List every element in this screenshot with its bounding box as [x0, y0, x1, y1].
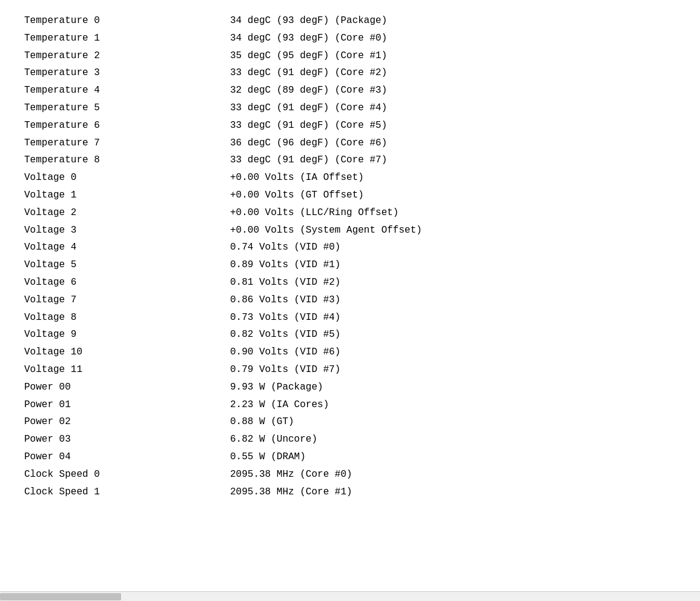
table-row: Power 040.55 W (DRAM) — [24, 448, 676, 466]
row-label: Voltage 0 — [24, 170, 230, 185]
row-value: 0.74 Volts (VID #0) — [230, 240, 676, 255]
table-row: Temperature 333 degC (91 degF) (Core #2) — [24, 64, 676, 82]
row-label: Power 03 — [24, 432, 230, 447]
row-label: Voltage 11 — [24, 362, 230, 377]
row-label: Temperature 2 — [24, 48, 230, 64]
table-row: Voltage 60.81 Volts (VID #2) — [24, 274, 676, 291]
row-label: Voltage 2 — [24, 205, 230, 221]
table-row: Temperature 533 degC (91 degF) (Core #4) — [24, 99, 676, 117]
row-value: 0.55 W (DRAM) — [230, 450, 676, 465]
row-label: Clock Speed 1 — [24, 485, 230, 500]
row-value: +0.00 Volts (GT Offset) — [230, 188, 676, 203]
table-row: Clock Speed 12095.38 MHz (Core #1) — [24, 483, 676, 501]
row-label: Voltage 9 — [24, 327, 230, 342]
row-value: 0.82 Volts (VID #5) — [230, 327, 676, 342]
row-value: 2095.38 MHz (Core #0) — [230, 467, 676, 482]
table-row: Voltage 110.79 Volts (VID #7) — [24, 361, 676, 379]
row-value: 36 degC (96 degF) (Core #6) — [230, 136, 676, 151]
row-value: 33 degC (91 degF) (Core #2) — [230, 65, 676, 81]
row-value: 0.81 Volts (VID #2) — [230, 275, 676, 290]
table-row: Clock Speed 02095.38 MHz (Core #0) — [24, 466, 676, 483]
table-row: Power 020.88 W (GT) — [24, 413, 676, 431]
row-value: 6.82 W (Uncore) — [230, 432, 676, 447]
row-value: 34 degC (93 degF) (Core #0) — [230, 31, 676, 46]
row-value: +0.00 Volts (System Agent Offset) — [230, 223, 676, 238]
table-row: Power 036.82 W (Uncore) — [24, 431, 676, 448]
table-row: Voltage 3+0.00 Volts (System Agent Offse… — [24, 222, 676, 239]
row-value: 2.23 W (IA Cores) — [230, 397, 676, 413]
table-row: Temperature 633 degC (91 degF) (Core #5) — [24, 117, 676, 134]
row-label: Voltage 3 — [24, 223, 230, 238]
row-value: 0.89 Volts (VID #1) — [230, 257, 676, 273]
table-row: Voltage 0+0.00 Volts (IA Offset) — [24, 169, 676, 187]
row-label: Power 00 — [24, 380, 230, 395]
row-value: 33 degC (91 degF) (Core #7) — [230, 153, 676, 168]
horizontal-scrollbar[interactable] — [0, 591, 700, 601]
row-label: Power 02 — [24, 414, 230, 430]
scrollbar-thumb[interactable] — [0, 593, 121, 600]
row-value: +0.00 Volts (IA Offset) — [230, 170, 676, 185]
row-label: Temperature 3 — [24, 65, 230, 81]
row-value: 35 degC (95 degF) (Core #1) — [230, 48, 676, 64]
row-value: 0.88 W (GT) — [230, 414, 676, 430]
row-value: 2095.38 MHz (Core #1) — [230, 485, 676, 500]
table-row: Voltage 40.74 Volts (VID #0) — [24, 239, 676, 256]
row-label: Voltage 7 — [24, 293, 230, 308]
row-label: Voltage 4 — [24, 240, 230, 255]
table-row: Voltage 50.89 Volts (VID #1) — [24, 256, 676, 274]
row-label: Temperature 0 — [24, 13, 230, 28]
row-label: Voltage 1 — [24, 188, 230, 203]
row-label: Clock Speed 0 — [24, 467, 230, 482]
table-row: Voltage 2+0.00 Volts (LLC/Ring Offset) — [24, 204, 676, 222]
table-row: Temperature 134 degC (93 degF) (Core #0) — [24, 30, 676, 47]
row-label: Temperature 5 — [24, 101, 230, 116]
row-label: Voltage 8 — [24, 310, 230, 325]
row-value: 32 degC (89 degF) (Core #3) — [230, 83, 676, 98]
table-row: Voltage 80.73 Volts (VID #4) — [24, 309, 676, 327]
row-value: 0.73 Volts (VID #4) — [230, 310, 676, 325]
row-label: Temperature 6 — [24, 118, 230, 133]
row-label: Temperature 8 — [24, 153, 230, 168]
main-content: Temperature 034 degC (93 degF) (Package)… — [0, 0, 700, 601]
table-row: Temperature 736 degC (96 degF) (Core #6) — [24, 134, 676, 152]
row-value: 33 degC (91 degF) (Core #5) — [230, 118, 676, 133]
table-row: Voltage 70.86 Volts (VID #3) — [24, 291, 676, 309]
row-label: Voltage 6 — [24, 275, 230, 290]
table-row: Temperature 034 degC (93 degF) (Package) — [24, 12, 676, 30]
table-row: Voltage 1+0.00 Volts (GT Offset) — [24, 187, 676, 204]
row-label: Power 01 — [24, 397, 230, 413]
table-row: Temperature 235 degC (95 degF) (Core #1) — [24, 47, 676, 65]
table-row: Temperature 833 degC (91 degF) (Core #7) — [24, 151, 676, 169]
table-row: Voltage 100.90 Volts (VID #6) — [24, 344, 676, 361]
table-row: Power 009.93 W (Package) — [24, 379, 676, 396]
row-label: Voltage 10 — [24, 345, 230, 360]
row-label: Temperature 4 — [24, 83, 230, 98]
row-label: Voltage 5 — [24, 257, 230, 273]
row-label: Power 04 — [24, 450, 230, 465]
row-value: +0.00 Volts (LLC/Ring Offset) — [230, 205, 676, 221]
row-label: Temperature 7 — [24, 136, 230, 151]
table-row: Power 012.23 W (IA Cores) — [24, 396, 676, 414]
table-row: Voltage 90.82 Volts (VID #5) — [24, 326, 676, 344]
row-value: 9.93 W (Package) — [230, 380, 676, 395]
row-value: 0.86 Volts (VID #3) — [230, 293, 676, 308]
row-value: 33 degC (91 degF) (Core #4) — [230, 101, 676, 116]
table-row: Temperature 432 degC (89 degF) (Core #3) — [24, 82, 676, 99]
row-value: 34 degC (93 degF) (Package) — [230, 13, 676, 28]
row-value: 0.90 Volts (VID #6) — [230, 345, 676, 360]
row-value: 0.79 Volts (VID #7) — [230, 362, 676, 377]
row-label: Temperature 1 — [24, 31, 230, 46]
